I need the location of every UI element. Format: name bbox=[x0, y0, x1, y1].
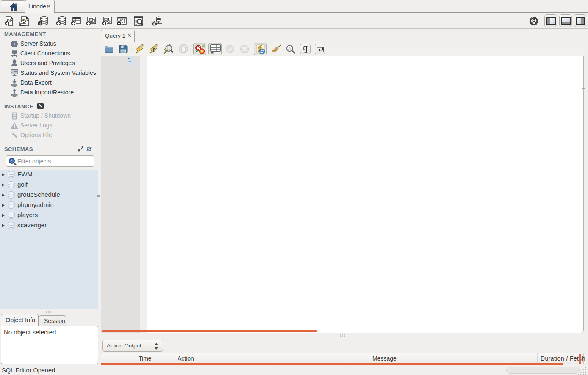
svg-text:A: A bbox=[288, 46, 291, 51]
svg-text:SQL: SQL bbox=[22, 18, 28, 22]
